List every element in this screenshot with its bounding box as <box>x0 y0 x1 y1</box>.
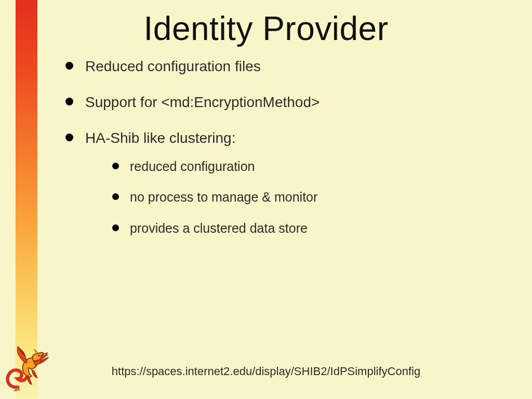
list-item: reduced configuration <box>109 158 511 175</box>
list-item: HA-Shib like clustering: reduced configu… <box>62 129 511 236</box>
griffin-icon <box>3 342 51 393</box>
slide-body: Reduced configuration files Support for … <box>62 57 511 254</box>
svg-point-0 <box>38 355 40 356</box>
bullet-text: provides a clustered data store <box>130 221 308 235</box>
bullet-text: Reduced configuration files <box>85 58 261 74</box>
list-item: provides a clustered data store <box>109 220 511 236</box>
accent-bar <box>16 0 37 399</box>
bullet-text: no process to manage & monitor <box>130 190 317 204</box>
slide: Identity Provider Reduced configuration … <box>0 0 532 399</box>
slide-title: Identity Provider <box>0 9 532 48</box>
list-item: no process to manage & monitor <box>109 189 511 205</box>
bullet-list: Reduced configuration files Support for … <box>62 57 511 236</box>
list-item: Reduced configuration files <box>62 57 511 75</box>
bullet-text: Support for <md:EncryptionMethod> <box>85 94 320 110</box>
bullet-text: HA-Shib like clustering: <box>85 130 235 146</box>
list-item: Support for <md:EncryptionMethod> <box>62 93 511 111</box>
bullet-text: reduced configuration <box>130 159 255 174</box>
footer-url: https://spaces.internet2.edu/display/SHI… <box>0 365 532 378</box>
sub-bullet-list: reduced configuration no process to mana… <box>85 158 511 236</box>
